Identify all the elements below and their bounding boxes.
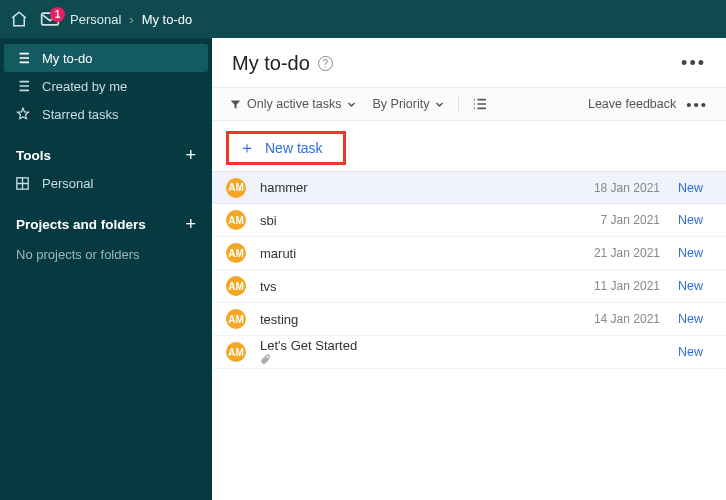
add-tool-button[interactable]: +: [185, 146, 196, 164]
avatar: AM: [226, 309, 246, 329]
projects-empty-text: No projects or folders: [0, 239, 212, 270]
task-date: 11 Jan 2021: [590, 279, 660, 293]
tools-section-header: Tools +: [0, 128, 212, 170]
task-status[interactable]: New: [678, 279, 708, 293]
new-task-button[interactable]: ＋ New task: [226, 131, 346, 165]
nav-label: My to-do: [42, 51, 93, 66]
task-status[interactable]: New: [678, 312, 708, 326]
task-title: Let's Get Started: [260, 338, 590, 366]
task-row[interactable]: AMmaruti21 Jan 2021New: [212, 237, 726, 270]
filter-active-label: Only active tasks: [247, 97, 341, 111]
mail-icon[interactable]: 1: [40, 11, 60, 27]
main-panel: My to-do ? ••• Only active tasks By Prio…: [212, 38, 726, 500]
sidebar: My to-doCreated by meStarred tasks Tools…: [0, 38, 212, 500]
projects-section-header: Projects and folders +: [0, 197, 212, 239]
avatar: AM: [226, 210, 246, 230]
projects-label: Projects and folders: [16, 217, 146, 232]
add-project-button[interactable]: +: [185, 215, 196, 233]
avatar: AM: [226, 342, 246, 362]
nav-label: Starred tasks: [42, 107, 119, 122]
list-layout-toggle[interactable]: [473, 98, 487, 110]
task-date: 14 Jan 2021: [590, 312, 660, 326]
task-row[interactable]: AMhammer18 Jan 2021New: [212, 171, 726, 204]
sidebar-nav-item[interactable]: My to-do: [4, 44, 208, 72]
grid-icon: [16, 177, 32, 190]
nav-icon: [16, 52, 32, 64]
chevron-down-icon: [347, 100, 356, 109]
sidebar-tool-item[interactable]: Personal: [0, 170, 212, 197]
task-row[interactable]: AMtvs11 Jan 2021New: [212, 270, 726, 303]
more-menu-icon[interactable]: •••: [681, 53, 706, 74]
task-row[interactable]: AMLet's Get StartedNew: [212, 336, 726, 369]
mail-badge: 1: [50, 7, 65, 22]
page-title: My to-do ?: [232, 52, 333, 75]
separator: [458, 96, 459, 113]
task-row[interactable]: AMsbi7 Jan 2021New: [212, 204, 726, 237]
nav-label: Created by me: [42, 79, 127, 94]
task-title: hammer: [260, 180, 590, 195]
leave-feedback-link[interactable]: Leave feedback: [588, 97, 676, 111]
avatar: AM: [226, 178, 246, 198]
filter-bar: Only active tasks By Priority Leave feed…: [212, 87, 726, 121]
task-list: AMhammer18 Jan 2021NewAMsbi7 Jan 2021New…: [212, 171, 726, 500]
task-title: testing: [260, 312, 590, 327]
filter-active-tasks[interactable]: Only active tasks: [230, 97, 356, 111]
task-status[interactable]: New: [678, 213, 708, 227]
task-title: maruti: [260, 246, 590, 261]
avatar: AM: [226, 243, 246, 263]
attachment-icon: [260, 353, 590, 366]
task-date: 18 Jan 2021: [590, 181, 660, 195]
filter-priority[interactable]: By Priority: [372, 97, 444, 111]
sidebar-nav-item[interactable]: Created by me: [0, 72, 212, 100]
avatar: AM: [226, 276, 246, 296]
task-date: 7 Jan 2021: [590, 213, 660, 227]
filter-more-icon[interactable]: •••: [686, 96, 708, 113]
home-icon[interactable]: [10, 10, 28, 28]
nav-icon: [16, 80, 32, 92]
list-icon: [473, 98, 487, 110]
task-title: sbi: [260, 213, 590, 228]
breadcrumb-page: My to-do: [142, 12, 193, 27]
tools-label: Tools: [16, 148, 51, 163]
chevron-right-icon: ›: [129, 12, 133, 27]
filter-priority-label: By Priority: [372, 97, 429, 111]
chevron-down-icon: [435, 100, 444, 109]
nav-icon: [16, 107, 32, 121]
tool-label: Personal: [42, 176, 93, 191]
topbar: 1 Personal › My to-do: [0, 0, 726, 38]
task-title: tvs: [260, 279, 590, 294]
task-status[interactable]: New: [678, 181, 708, 195]
task-row[interactable]: AMtesting14 Jan 2021New: [212, 303, 726, 336]
plus-icon: ＋: [239, 138, 255, 159]
page-title-text: My to-do: [232, 52, 310, 75]
sidebar-nav-item[interactable]: Starred tasks: [0, 100, 212, 128]
filter-icon: [230, 99, 241, 110]
task-date: 21 Jan 2021: [590, 246, 660, 260]
new-task-label: New task: [265, 140, 323, 156]
task-status[interactable]: New: [678, 345, 708, 359]
task-status[interactable]: New: [678, 246, 708, 260]
breadcrumb-workspace[interactable]: Personal: [70, 12, 121, 27]
help-icon[interactable]: ?: [318, 56, 333, 71]
